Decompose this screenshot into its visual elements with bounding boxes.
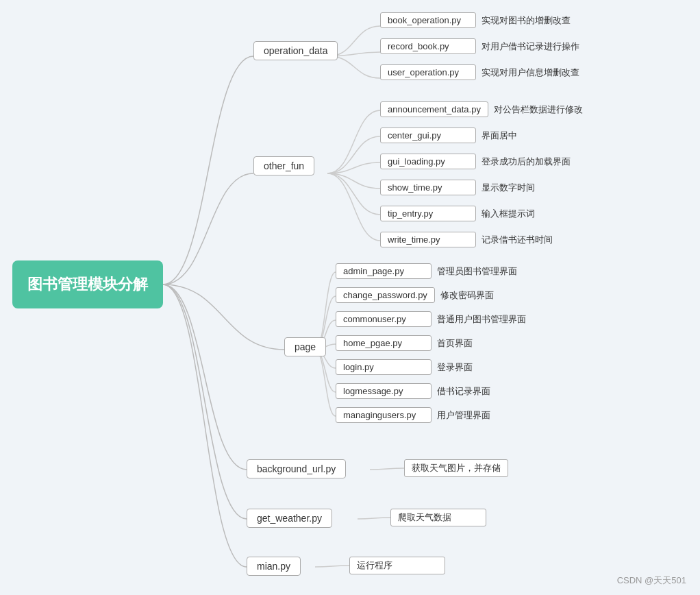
branch-mian: mian.py — [247, 557, 301, 576]
watermark: CSDN @天天501 — [617, 574, 686, 587]
leaf-write-time: write_time.py 记录借书还书时间 — [380, 232, 553, 247]
leaf-center-gui: center_gui.py 界面居中 — [380, 127, 517, 143]
leaf-gui-loading: gui_loading.py 登录成功后的加载界面 — [380, 154, 571, 169]
leaf-show-time: show_time.py 显示数字时间 — [380, 180, 535, 195]
root-label: 图书管理模块分解 — [27, 274, 148, 295]
leaf-logmessage: logmessage.py 借书记录界面 — [336, 383, 490, 399]
leaf-home-pgae: home_pgae.py 首页界面 — [336, 335, 473, 351]
leaf-get-weather-desc: 爬取天气数据 — [390, 509, 486, 526]
leaf-tip-entry: tip_entry.py 输入框提示词 — [380, 206, 535, 221]
leaf-managingusers: managingusers.py 用户管理界面 — [336, 407, 490, 423]
leaf-background-url-desc: 获取天气图片，并存储 — [404, 459, 508, 477]
leaf-commonuser: commonuser.py 普通用户图书管理界面 — [336, 311, 526, 327]
mind-map-diagram: 图书管理模块分解 operation_data book_operation.p… — [0, 0, 700, 595]
leaf-book-operation: book_operation.py 实现对图书的增删改查 — [380, 12, 571, 28]
leaf-record-book: record_book.py 对用户借书记录进行操作 — [380, 38, 579, 54]
leaf-announcement-data: announcement_data.py 对公告栏数据进行修改 — [380, 101, 583, 117]
branch-other-fun: other_fun — [253, 156, 314, 175]
root-node: 图书管理模块分解 — [12, 260, 163, 308]
branch-background-url: background_url.py — [247, 459, 346, 478]
branch-get-weather: get_weather.py — [247, 509, 332, 528]
leaf-user-operation: user_operation.py 实现对用户信息增删改查 — [380, 64, 579, 80]
leaf-change-password: change_password.py 修改密码界面 — [336, 287, 494, 303]
leaf-admin-page: admin_page.py 管理员图书管理界面 — [336, 263, 517, 279]
leaf-mian-desc: 运行程序 — [349, 557, 445, 574]
branch-page: page — [284, 337, 326, 356]
branch-operation-data: operation_data — [253, 41, 338, 60]
leaf-login: login.py 登录界面 — [336, 359, 473, 375]
